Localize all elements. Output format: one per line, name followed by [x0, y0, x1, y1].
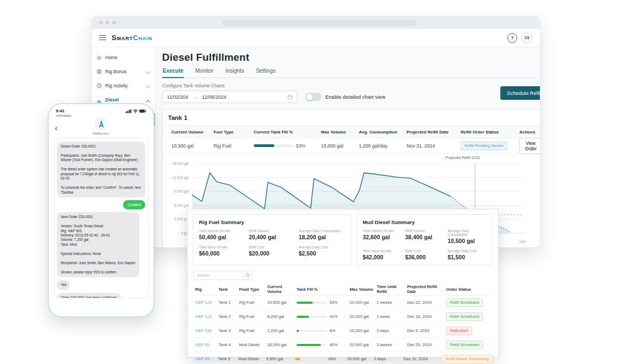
metric-value: $42,000: [363, 254, 402, 260]
metric-value: $2,500: [299, 250, 345, 257]
conversation-header: ‹ WellEarned ›: [54, 117, 149, 135]
avatar[interactable]: CS: [521, 33, 532, 43]
metric-value: 32,600 gal: [363, 234, 402, 240]
page-title: Diesel Fulfillment: [162, 52, 540, 63]
search-icon: [246, 273, 250, 278]
message-bubble: Order 233-0001 has been confirmed.: [57, 293, 121, 298]
sidebar-item-rig-activity[interactable]: Rig Activity: [92, 79, 155, 93]
contact-name[interactable]: WellEarned ›: [54, 132, 149, 135]
schedule-refill-button[interactable]: Schedule Refill: [500, 86, 540, 100]
y-axis-tick: 3,000 gal: [168, 217, 189, 221]
date-range-arrow-icon: →: [192, 94, 197, 100]
rig-link[interactable]: H&P 45: [193, 342, 218, 347]
fill-progress-bar: [297, 316, 327, 318]
dollar-icon: [96, 69, 102, 74]
fill-progress-bar: [297, 330, 327, 332]
rig-link[interactable]: H&P 123: [193, 300, 218, 305]
browser-titlebar: [92, 17, 540, 29]
max-volume-value: 15,000 gal: [321, 143, 359, 149]
sidebar-item-rig-bonus[interactable]: Rig Bonus: [92, 65, 155, 79]
detailed-chart-toggle[interactable]: [305, 93, 321, 101]
date-start-value[interactable]: 11/02/204: [167, 94, 188, 100]
rig-link[interactable]: H&P 236: [193, 328, 218, 333]
x-axis-end-label: 12/6: [519, 240, 526, 244]
home-icon: [96, 55, 102, 60]
y-axis-tick: 9,000 gal: [168, 189, 189, 193]
smartchain-logo: SMARTCHAIN: [112, 34, 152, 42]
back-chevron-icon[interactable]: ‹: [55, 124, 57, 132]
search-input[interactable]: [193, 271, 243, 280]
metric-value: $1,500: [448, 254, 487, 260]
message-bubble: New Order 233-0001 Vendor: South Texas D…: [57, 212, 139, 277]
tab-insights[interactable]: Insights: [225, 67, 244, 78]
fill-progress-bar: [254, 144, 293, 147]
tab-monitor[interactable]: Monitor: [195, 67, 214, 78]
config-label: Configure Tank Volume Charts: [162, 83, 540, 88]
order-status-badge: Refill Scheduled: [446, 312, 483, 321]
date-end-value[interactable]: 12/06/2024: [202, 94, 226, 100]
fill-progress-bar: [297, 302, 327, 304]
fill-progress-bar: [295, 358, 325, 360]
phone-mockup: 9:41 ◂ Messages ‹: [48, 103, 154, 317]
app-header: SMARTCHAIN ? CS: [92, 29, 540, 47]
y-axis-tick: 0 gal: [168, 231, 189, 235]
current-volume-value: 10,500 gal: [168, 143, 214, 149]
clock-icon: [96, 83, 102, 88]
order-status-badge: Refill Needs Scheduling: [442, 355, 493, 363]
table-row: H&P 123 Tank 1 Rig Fuel 10,500 gal 53% 2…: [193, 296, 493, 310]
avg-consumption-value: 1,200 gal/day: [359, 143, 407, 149]
y-axis-tick: 15,000 gal: [168, 162, 189, 165]
window-minimize-button[interactable]: [106, 21, 110, 24]
order-status-badge: Refill Scheduled: [446, 298, 483, 307]
table-row: H&P 123 Tank 2 Rig Fuel 8,200 gal 41% 20…: [193, 310, 493, 324]
y-axis-tick: 6,000 gal: [168, 203, 189, 207]
logo-text: S: [112, 34, 117, 42]
message-bubble-sent: Confirm: [123, 200, 145, 209]
address-bar[interactable]: [222, 20, 417, 26]
rig-fuel-summary-card: Rig Fuel Summary Total Volume On-site50,…: [193, 214, 351, 265]
help-icon[interactable]: ?: [507, 33, 517, 43]
rig-link[interactable]: H&P 123: [193, 314, 218, 319]
metric-value: 50,400 gal: [199, 234, 246, 240]
window-close-button[interactable]: [99, 21, 103, 24]
tank-card-title: Tank 1: [168, 114, 540, 121]
rig-link[interactable]: H&P 45: [193, 356, 218, 361]
derrick-icon: [98, 120, 105, 128]
tab-settings[interactable]: Settings: [255, 67, 276, 78]
contact-avatar[interactable]: [94, 117, 108, 131]
window-controls[interactable]: [99, 21, 116, 24]
fill-percent-label: 53%: [296, 143, 306, 149]
fuel-type-value: Rig Fuel: [214, 143, 254, 149]
message-list: Diesel Order 233-0001 Participants: Joel…: [54, 138, 149, 298]
refill-status-badge: Refill Pending Vendor: [461, 142, 507, 150]
menu-icon[interactable]: [99, 35, 106, 41]
metric-value: 20,400 gal: [249, 234, 295, 240]
tank-stats-row: 10,500 gal Rig Fuel 53% 15,000 gal 1,200…: [168, 138, 540, 154]
table-row: H&P 45 Tank 4 Mud Diesel 16,000 gal 80% …: [193, 338, 493, 352]
summary-card-title: Mud Diesel Summary: [363, 219, 487, 225]
table-row: H&P 45 Tank 5 Mud Diesel 3,500 gal 18% 2…: [193, 352, 493, 364]
fill-progress-bar: [297, 344, 327, 346]
rigs-table-header: Rig Tank Fluid Type Current Volume Tank …: [193, 283, 493, 296]
mud-diesel-summary-card: Mud Diesel Summary Total Volume On-site3…: [357, 214, 493, 265]
search-button[interactable]: [243, 271, 253, 280]
chart-y-axis: 15,000 gal12,000 gal9,000 gal6,000 gal3,…: [168, 162, 189, 235]
rigs-table: Rig Tank Fluid Type Current Volume Tank …: [193, 283, 493, 364]
date-range-picker[interactable]: 11/02/204 → 12/06/2024: [162, 91, 298, 103]
phone-status-bar: 9:41 ◂ Messages: [54, 108, 149, 117]
chart-annotation-label: Projected Refill 11/31: [446, 156, 480, 159]
toggle-label: Enable detailed chart view: [325, 94, 385, 100]
status-icons: [126, 108, 146, 113]
summary-card-title: Rig Fuel Summary: [199, 219, 345, 225]
tank-fill-cell: 53%: [254, 143, 321, 149]
screenshot-canvas: SMARTCHAIN ? CS Home Rig Bonus: [0, 0, 644, 364]
view-order-button[interactable]: View Order: [519, 138, 540, 154]
sidebar-item-home[interactable]: Home: [92, 50, 155, 65]
y-axis-tick: 12,000 gal: [168, 176, 189, 180]
metric-value: 10,500 gal: [448, 238, 487, 244]
tab-execute[interactable]: Execute: [162, 67, 184, 78]
chevron-down-icon: [145, 84, 150, 88]
summary-panel: Rig Fuel Summary Total Volume On-site50,…: [187, 209, 499, 357]
order-status-badge: Refill Scheduled: [446, 341, 483, 349]
window-zoom-button[interactable]: [112, 21, 116, 24]
